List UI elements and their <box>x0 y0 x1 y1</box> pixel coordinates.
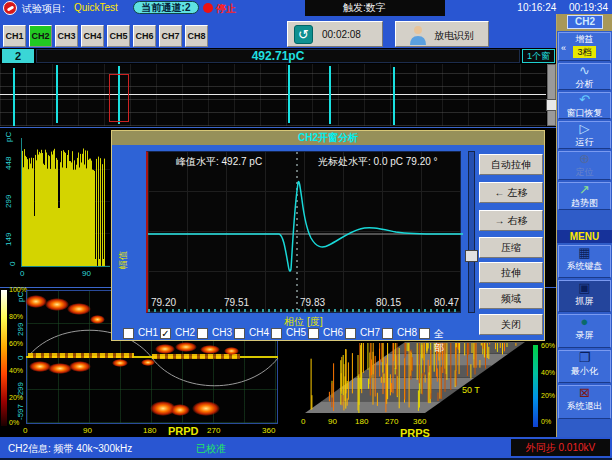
gain-value-badge: 3档 <box>573 46 595 58</box>
checkbox-box-checked[interactable]: ✓ <box>160 328 171 339</box>
auto-stretch-button[interactable]: 自动拉伸 <box>479 154 543 175</box>
checkbox-box[interactable] <box>271 328 282 339</box>
dialog-amplitude-slider[interactable] <box>468 151 475 313</box>
status-bar: CH2信息: 频带 40k~300kHz 已校准 外同步 0.010kV <box>0 437 612 458</box>
top-bar: 试验项目: QuickTest 当前通道:2 停止 触发:数字 10:16:24… <box>0 0 612 16</box>
pd-pulse <box>56 65 58 123</box>
crosshair-icon: ⊕ <box>559 152 610 166</box>
strip-scrollbar[interactable] <box>547 64 556 126</box>
system-exit-button[interactable]: ⊠ 系统退出 <box>558 385 611 419</box>
pd-cluster <box>25 295 47 308</box>
checkbox-box[interactable] <box>308 328 319 339</box>
pd-cluster <box>90 315 105 324</box>
compress-button[interactable]: 压缩 <box>479 237 543 258</box>
sidebar-channel-tab[interactable]: CH2 <box>567 15 603 29</box>
clock-area: 10:16:24 00:19:34 <box>507 2 608 13</box>
prpd-ytick: 299 <box>16 323 25 336</box>
analyze-button[interactable]: ∿ 分析 <box>558 63 611 90</box>
hist-ytick: 149 <box>4 233 13 246</box>
minimize-button[interactable]: ❐ 最小化 <box>558 350 611 383</box>
dialog-ylabel: 幅值 <box>117 251 130 269</box>
screenshot-button[interactable]: ▣ 抓屏 <box>558 280 611 312</box>
pd-analyzer-screen: 试验项目: QuickTest 当前通道:2 停止 触发:数字 10:16:24… <box>0 0 612 460</box>
timer-button[interactable]: ↺ 00:02:08 <box>287 21 383 47</box>
checkbox-box[interactable] <box>234 328 245 339</box>
external-sync-readout: 外同步 0.010kV <box>511 439 610 456</box>
tab-ch7[interactable]: CH7 <box>159 25 182 47</box>
hist-xtick: 0 <box>20 269 24 278</box>
checkbox-box[interactable] <box>345 328 356 339</box>
prps-xtick: 90 <box>328 417 337 426</box>
discharge-recognition-label: 放电识别 <box>434 29 474 43</box>
pd-cluster <box>112 359 128 367</box>
prps-xtick: 360 <box>413 417 426 426</box>
stretch-button[interactable]: 拉伸 <box>479 262 543 283</box>
checkbox-box[interactable] <box>419 328 430 339</box>
move-left-button[interactable]: ← 左移 <box>479 182 543 203</box>
timer-icon: ↺ <box>294 25 313 44</box>
prpd-cb-tick: 40% <box>9 367 23 374</box>
tab-ch3[interactable]: CH3 <box>55 25 78 47</box>
prpd-ytick: -597 <box>16 404 25 420</box>
checkbox-box[interactable] <box>197 328 208 339</box>
tab-ch1[interactable]: CH1 <box>3 25 26 47</box>
tab-ch2[interactable]: CH2 <box>29 25 52 47</box>
hist-ytick: 448 <box>4 157 13 170</box>
dialog-plot: 峰值水平: 492.7 pC 光标处水平: 0.0 pC 79.20 ° 79.… <box>146 151 461 313</box>
calibrated-badge: 已校准 <box>196 442 226 456</box>
channel-tab-row: CH1 CH2 CH3 CH4 CH5 CH6 CH7 CH8 ↺ 00:02:… <box>0 16 556 48</box>
prpd-xtick: 270 <box>207 426 220 435</box>
pd-cluster <box>155 344 175 354</box>
system-time: 10:16:24 <box>517 2 556 13</box>
tab-ch8[interactable]: CH8 <box>185 25 208 47</box>
hist-ytick: 0 <box>8 262 17 266</box>
prpd-cb-tick: 80% <box>9 313 23 320</box>
prpd-ytick: -299 <box>16 382 25 398</box>
undo-arrow-icon: ↶ <box>559 93 610 107</box>
system-keyboard-button[interactable]: ▦ 系统键盘 <box>558 245 611 278</box>
gain-button[interactable]: « 增益 3档 <box>558 32 611 61</box>
tab-ch5[interactable]: CH5 <box>107 25 130 47</box>
prps-cycles-label: 50 T <box>462 385 480 395</box>
dialog-slider-handle[interactable] <box>465 250 478 262</box>
prps-colorbar <box>533 345 538 427</box>
dialog-title[interactable]: CH2开窗分析 <box>112 131 544 145</box>
prps-plot <box>295 335 545 425</box>
restore-window-button[interactable]: ↶ 窗口恢复 <box>558 92 611 119</box>
prpd-colorbar <box>1 290 7 426</box>
tab-ch4[interactable]: CH4 <box>81 25 104 47</box>
menu-header: MENU <box>557 230 612 243</box>
frequency-domain-button[interactable]: 频域 <box>479 288 543 309</box>
prps-cb-tick: 60% <box>541 342 555 349</box>
locate-button[interactable]: ⊕ 定位 <box>558 151 611 180</box>
pulse-selection-box[interactable] <box>109 74 129 122</box>
checkbox-box[interactable] <box>123 328 134 339</box>
channel-info: CH2信息: 频带 40k~300kHz <box>8 442 132 456</box>
histogram-plot <box>21 138 110 267</box>
stop-label: 停止 <box>216 2 236 16</box>
prpd-cb-tick: 0% <box>9 419 19 426</box>
discharge-recognition-button[interactable]: 放电识别 <box>395 21 489 47</box>
gain-label: 增益 <box>576 34 594 44</box>
waveform-icon: ∿ <box>559 64 610 78</box>
close-button[interactable]: 关闭 <box>479 314 543 335</box>
tab-ch6[interactable]: CH6 <box>133 25 156 47</box>
pd-cluster <box>200 345 220 354</box>
pd-cluster <box>175 342 197 352</box>
divider <box>0 127 557 128</box>
project-label: 试验项目: <box>22 2 65 16</box>
current-channel-badge: 当前通道:2 <box>133 1 199 14</box>
run-button[interactable]: ▷ 运行 <box>558 121 611 149</box>
trend-chart-button[interactable]: ↗ 趋势图 <box>558 182 611 210</box>
pd-pulse <box>393 67 395 125</box>
collapse-icon[interactable]: « <box>561 43 566 53</box>
move-right-button[interactable]: → 右移 <box>479 210 543 231</box>
checkbox-box[interactable] <box>382 328 393 339</box>
prps-cb-tick: 0% <box>541 418 551 425</box>
dialog-xtick: 79.20 <box>151 297 176 308</box>
screenshot-icon: ▣ <box>559 281 610 295</box>
prpd-title: PRPD <box>168 425 199 437</box>
prps-xtick: 0 <box>301 417 305 426</box>
screen-record-button[interactable]: ● 录屏 <box>558 314 611 348</box>
dialog-xtick: 80.15 <box>376 297 401 308</box>
